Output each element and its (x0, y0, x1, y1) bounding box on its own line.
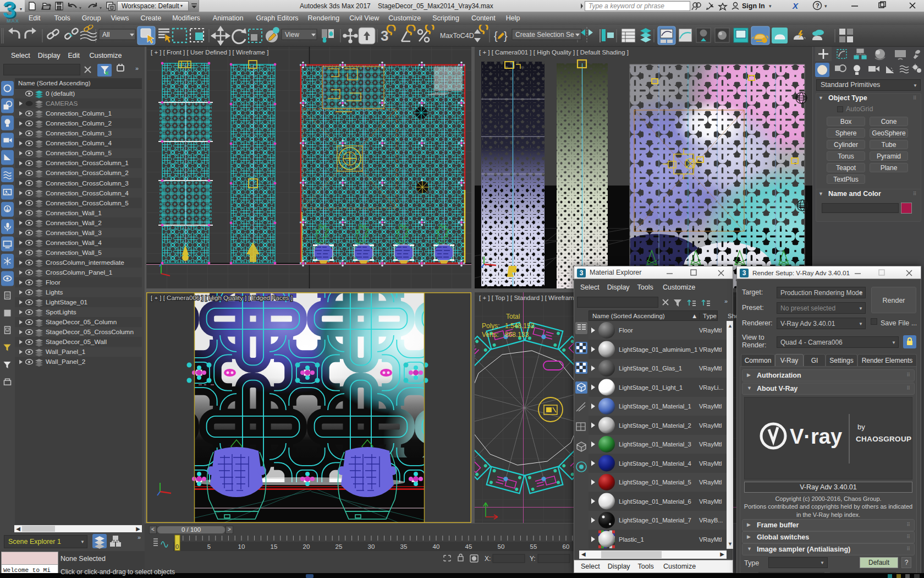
svg-text:»: » (135, 65, 139, 72)
svg-text:CAMERAS: CAMERAS (46, 100, 78, 107)
svg-text:Connection_Wall_4: Connection_Wall_4 (46, 239, 102, 247)
svg-text:40: 40 (433, 543, 440, 550)
svg-text:Connection_Column_4: Connection_Column_4 (46, 139, 112, 147)
svg-text:VRayMtl: VRayMtl (699, 327, 722, 334)
svg-text:Connection_Column_5: Connection_Column_5 (46, 149, 112, 157)
svg-text:VRayMtl: VRayMtl (699, 498, 722, 505)
svg-text:StageDecor_05_Wall: StageDecor_05_Wall (46, 338, 107, 346)
svg-text:LightStage_01_Light_1: LightStage_01_Light_1 (619, 384, 683, 391)
svg-text:LightStage_01_Material_6: LightStage_01_Material_6 (619, 498, 691, 505)
svg-text:Polys:: Polys: (482, 322, 500, 330)
svg-text:StageDecor_05_Column: StageDecor_05_Column (46, 318, 117, 326)
svg-text:VRayMtl: VRayMtl (699, 460, 722, 467)
svg-text:VRayMtl: VRayMtl (699, 536, 722, 543)
svg-text:LightStage_01_aluminium_1: LightStage_01_aluminium_1 (619, 346, 697, 353)
svg-text:VRayB...: VRayB... (699, 517, 723, 524)
svg-text:Sign In: Sign In (742, 2, 765, 10)
svg-text:VRayMtl: VRayMtl (699, 422, 722, 429)
svg-text:35: 35 (400, 543, 408, 550)
svg-text:X:: X: (485, 555, 491, 563)
svg-text:30: 30 (368, 543, 375, 550)
svg-text:CrossColumn_Panel_1: CrossColumn_Panel_1 (46, 269, 112, 276)
svg-text:»: » (724, 298, 728, 304)
svg-text:5: 5 (207, 543, 211, 550)
svg-text:Connection_CrossColumn_4: Connection_CrossColumn_4 (46, 189, 129, 197)
svg-text:[ + ] [ Camera001 ] [ High Qua: [ + ] [ Camera001 ] [ High Quality ] [ D… (479, 49, 629, 56)
svg-text:45: 45 (465, 543, 472, 550)
svg-text:MaxToC4D: MaxToC4D (440, 32, 474, 40)
svg-text:▾: ▾ (824, 3, 827, 9)
svg-text:[ + ] [ Front ] [ User Defined: [ + ] [ Front ] [ User Defined ] [ Wiref… (151, 49, 268, 56)
svg-text:Connection_CrossColumn_3: Connection_CrossColumn_3 (46, 179, 129, 187)
svg-text:»: » (138, 534, 141, 541)
svg-text:10: 10 (238, 543, 245, 550)
svg-text:Lights: Lights (46, 288, 63, 296)
svg-text:25: 25 (336, 543, 343, 550)
svg-text:Wall_Panel_2: Wall_Panel_2 (46, 358, 85, 366)
svg-text:LightStage_01_Material_5: LightStage_01_Material_5 (619, 479, 691, 486)
svg-text:LightStage_01_Material_1: LightStage_01_Material_1 (619, 403, 691, 410)
svg-text:[ + ] [ Top ] [ Standard ] [ W: [ + ] [ Top ] [ Standard ] [ Wireframe ] (479, 295, 581, 301)
svg-text:LightStage_01_Material_4: LightStage_01_Material_4 (619, 460, 691, 467)
svg-text:Connection_Wall_3: Connection_Wall_3 (46, 229, 102, 237)
svg-text:0 (default): 0 (default) (46, 90, 75, 97)
svg-text:Y:: Y: (530, 555, 536, 563)
svg-text:VRayMtl: VRayMtl (699, 365, 722, 372)
svg-text:Total: Total (506, 313, 520, 320)
svg-text:Connection_CrossColumn_2: Connection_CrossColumn_2 (46, 169, 129, 177)
svg-text:LightStage_01_Material_2: LightStage_01_Material_2 (619, 422, 691, 429)
svg-text:50: 50 (498, 543, 505, 550)
svg-text:0: 0 (175, 543, 179, 550)
svg-text:Connection_Wall_1: Connection_Wall_1 (46, 209, 102, 217)
svg-text:Connection_Column_2: Connection_Column_2 (46, 119, 112, 127)
svg-text:Floor: Floor (46, 279, 61, 286)
svg-text:VRayMtl: VRayMtl (699, 346, 722, 353)
svg-text:Create Selection Se: Create Selection Se (515, 31, 574, 39)
svg-text:Connection_Column_1: Connection_Column_1 (46, 110, 112, 117)
svg-text:LightStage_01_Material_7: LightStage_01_Material_7 (619, 517, 691, 524)
svg-text:VRayMtl: VRayMtl (699, 403, 722, 410)
svg-text:}: } (504, 30, 508, 42)
svg-text:Verts:: Verts: (482, 331, 499, 339)
svg-text:CHAOSGROUP: CHAOSGROUP (856, 435, 911, 443)
svg-text:Connection_Column_3: Connection_Column_3 (46, 129, 112, 137)
svg-text:Floor: Floor (619, 327, 633, 334)
svg-text:868.133: 868.133 (505, 331, 529, 339)
svg-text:by: by (857, 423, 865, 431)
svg-text:CrossColumn_intermediate: CrossColumn_intermediate (46, 259, 124, 266)
svg-text:Plastic_1: Plastic_1 (619, 536, 644, 543)
svg-text:▾: ▾ (769, 3, 772, 9)
svg-text:VRayLi...: VRayLi... (699, 384, 724, 391)
svg-text:60: 60 (563, 543, 570, 550)
svg-text:Wall_Panel_1: Wall_Panel_1 (46, 348, 85, 356)
svg-text:StageDecor_05_CrossColumn: StageDecor_05_CrossColumn (46, 328, 134, 336)
svg-text:LightStage_01_Glas_1: LightStage_01_Glas_1 (619, 365, 682, 372)
svg-text:55: 55 (530, 543, 537, 550)
svg-text:20: 20 (303, 543, 310, 550)
svg-text:V·ray: V·ray (790, 425, 842, 448)
svg-text:X: X (792, 1, 799, 10)
svg-text:Connection_CrossColumn_1: Connection_CrossColumn_1 (46, 159, 129, 167)
svg-text:VRayMtl: VRayMtl (699, 479, 722, 486)
svg-text:View: View (285, 31, 299, 39)
svg-text:LightStage_01: LightStage_01 (46, 298, 87, 306)
svg-text:Connection_Wall_2: Connection_Wall_2 (46, 219, 102, 227)
svg-text:All: All (102, 31, 109, 39)
svg-text:VRayMtl: VRayMtl (699, 441, 722, 448)
svg-text:?: ? (816, 2, 820, 9)
svg-text:1.548.152: 1.548.152 (505, 322, 535, 330)
svg-text:[ + ] [ Camera006 ] [ High Qua: [ + ] [ Camera006 ] [ High Quality ] [ E… (151, 295, 293, 301)
svg-text:LightStage_01_Material_3: LightStage_01_Material_3 (619, 441, 691, 448)
svg-text:{: { (494, 30, 498, 42)
svg-text:SpotLights: SpotLights (46, 308, 76, 316)
svg-text:15: 15 (271, 543, 278, 550)
svg-text:Connection_Wall_5: Connection_Wall_5 (46, 249, 102, 257)
svg-text:Connection_CrossColumn_5: Connection_CrossColumn_5 (46, 199, 129, 207)
